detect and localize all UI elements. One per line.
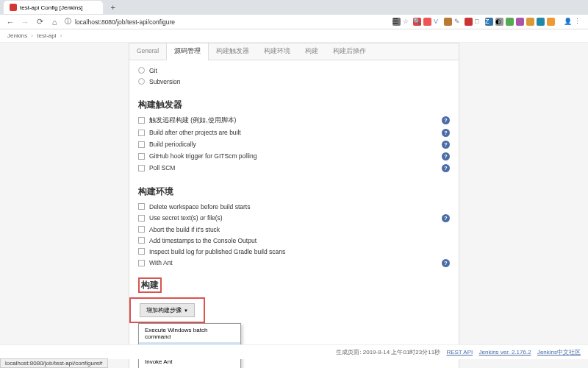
tab-triggers[interactable]: 构建触发器 xyxy=(209,43,257,60)
config-panel: General 源码管理 构建触发器 构建环境 构建 构建后操作 Git Sub… xyxy=(129,43,459,368)
tab-build[interactable]: 构建 xyxy=(298,43,326,60)
trigger-poll: Poll SCM xyxy=(149,164,175,171)
trigger-after: Build after other projects are built xyxy=(149,129,241,136)
section-triggers-title: 构建触发器 xyxy=(138,99,450,111)
checkbox[interactable] xyxy=(138,130,145,136)
checkbox[interactable] xyxy=(138,153,145,160)
help-icon[interactable]: ? xyxy=(442,259,450,267)
url-text: localhost:8080/job/test-api/configure xyxy=(75,18,175,26)
ext-icon[interactable] xyxy=(444,18,452,26)
checkbox[interactable] xyxy=(138,248,145,255)
ext-icon[interactable]: ◐ xyxy=(495,18,503,26)
checkbox[interactable] xyxy=(138,141,145,148)
ext-icon[interactable]: V xyxy=(434,18,442,26)
section-build-title: 构建 xyxy=(141,280,159,290)
checkbox[interactable] xyxy=(138,237,145,244)
footer-rest-api[interactable]: REST API xyxy=(446,349,473,355)
help-icon[interactable]: ? xyxy=(442,214,450,222)
help-icon[interactable]: ? xyxy=(442,164,450,172)
ext-icon[interactable] xyxy=(537,18,545,26)
chevron-right-icon: › xyxy=(31,32,33,39)
breadcrumb-root[interactable]: Jenkins xyxy=(7,32,27,39)
footer-version[interactable]: Jenkins ver. 2.176.2 xyxy=(478,349,531,355)
page-footer: 生成页面: 2019-8-14 上午01时23分11秒 REST API Jen… xyxy=(0,344,588,359)
profile-icon[interactable]: 👤 xyxy=(564,18,572,26)
footer-cn[interactable]: Jenkins中文社区 xyxy=(537,349,581,355)
breadcrumb: Jenkins › test-api › xyxy=(0,29,588,43)
ext-icon[interactable] xyxy=(465,18,473,26)
breadcrumb-item[interactable]: test-api xyxy=(37,32,56,39)
env-timestamps: Add timestamps to the Console Output xyxy=(149,237,257,244)
ext-icon[interactable] xyxy=(506,18,514,26)
tab-title: test-api Config [Jenkins] xyxy=(20,4,82,11)
forward-button[interactable]: → xyxy=(21,18,29,26)
tab-post[interactable]: 构建后操作 xyxy=(326,43,373,60)
checkbox[interactable] xyxy=(138,226,145,233)
checkbox[interactable] xyxy=(138,203,145,210)
trigger-remote: 触发远程构建 (例如,使用脚本) xyxy=(149,116,236,125)
ext-icon[interactable] xyxy=(526,18,534,26)
option-win-batch[interactable]: Execute Windows batch command xyxy=(139,324,240,342)
jenkins-favicon xyxy=(10,4,17,11)
extension-icons: ☰ ☆ 🔍 V ✎ □ Z ◐ 👤 ⋮ xyxy=(392,18,582,26)
ext-icon[interactable]: Z xyxy=(485,18,493,26)
help-icon[interactable]: ? xyxy=(442,141,450,149)
radio-unchecked[interactable] xyxy=(138,67,145,74)
checkbox[interactable] xyxy=(138,215,145,222)
env-abort: Abort the build if it's stuck xyxy=(149,226,220,233)
home-button[interactable]: ⌂ xyxy=(50,18,59,26)
trigger-github: GitHub hook trigger for GITScm polling xyxy=(149,152,257,160)
env-delete-ws: Delete workspace before build starts xyxy=(149,203,251,210)
chevron-right-icon: › xyxy=(60,32,62,39)
back-button[interactable]: ← xyxy=(6,18,15,26)
browser-tab[interactable]: test-api Config [Jenkins] xyxy=(4,1,103,14)
help-icon[interactable]: ? xyxy=(442,129,450,137)
env-secret: Use secret text(s) or file(s) xyxy=(149,214,223,222)
ext-icon[interactable]: ✎ xyxy=(454,18,462,26)
ext-icon[interactable]: ☰ xyxy=(392,18,401,26)
browser-tab-strip: test-api Config [Jenkins] + xyxy=(0,0,588,15)
checkbox[interactable] xyxy=(138,165,145,171)
trigger-periodic: Build periodically xyxy=(149,141,196,148)
footer-timestamp: 生成页面: 2019-8-14 上午01时23分11秒 xyxy=(336,349,440,355)
ext-icon[interactable]: 🔍 xyxy=(413,18,421,26)
ext-icon[interactable] xyxy=(423,18,431,26)
help-icon[interactable]: ? xyxy=(442,152,450,160)
url-bar: ← → ⟳ ⌂ ⓘ localhost:8080/job/test-api/co… xyxy=(0,15,588,29)
env-ant: With Ant xyxy=(149,259,173,266)
help-icon[interactable]: ? xyxy=(442,116,450,124)
ext-icon[interactable] xyxy=(547,18,555,26)
checkbox[interactable] xyxy=(138,260,145,266)
ext-icon[interactable]: □ xyxy=(475,18,483,26)
reload-button[interactable]: ⟳ xyxy=(35,17,44,26)
config-tabs: General 源码管理 构建触发器 构建环境 构建 构建后操作 xyxy=(129,43,459,60)
section-env-title: 构建环境 xyxy=(138,185,450,198)
ext-icon[interactable] xyxy=(516,18,524,26)
scm-git-row[interactable]: Git xyxy=(138,65,450,76)
url-field[interactable]: ⓘ localhost:8080/job/test-api/configure xyxy=(65,18,212,26)
new-tab-button[interactable]: + xyxy=(110,3,115,12)
checkbox[interactable] xyxy=(138,117,145,124)
scm-svn-row[interactable]: Subversion xyxy=(138,76,450,87)
env-inspect: Inspect build log for published Gradle b… xyxy=(149,248,285,255)
tab-scm[interactable]: 源码管理 xyxy=(166,43,209,60)
tab-general[interactable]: General xyxy=(129,43,166,60)
menu-icon[interactable]: ⋮ xyxy=(574,18,582,26)
tab-env[interactable]: 构建环境 xyxy=(257,43,298,60)
star-icon[interactable]: ☆ xyxy=(403,18,411,26)
info-icon[interactable]: ⓘ xyxy=(65,18,71,26)
add-build-step-button[interactable]: 增加构建步骤 xyxy=(140,303,195,317)
status-bar: localhost:8080/job/test-api/configure# xyxy=(0,358,108,368)
radio-unchecked[interactable] xyxy=(138,78,145,85)
